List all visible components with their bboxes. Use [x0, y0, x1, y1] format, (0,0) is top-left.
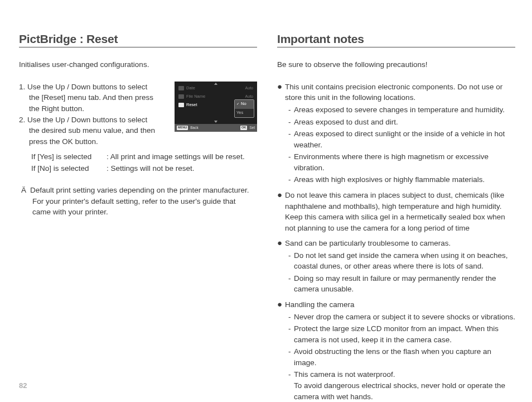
bullet-4-sub-1: Protect the large size LCD monitor from …: [294, 323, 515, 345]
right-heading: Important notes: [277, 32, 515, 47]
step1-line3: the Right button.: [19, 103, 171, 114]
back-label: Back: [190, 125, 198, 130]
bullet-1-sub-3: Environments where there is high magneti…: [294, 151, 515, 173]
camera-screen: Date Auto File Name Auto Reset ✓: [175, 82, 257, 132]
screen-footer: MENU Back OK Set: [175, 124, 257, 132]
bullet-1-sub-1: Areas exposed to dust and dirt.: [294, 117, 515, 128]
bullets: ● This unit contains precision electroni…: [277, 82, 515, 402]
left-intro: Initialises user-changed configurations.: [19, 60, 257, 70]
bullet-dot: ●: [277, 238, 285, 295]
step2-line3: press the OK button.: [19, 136, 171, 147]
arrow-down-icon: [214, 121, 217, 123]
bullet-3-sub-1: Doing so may result in failure or may pe…: [294, 273, 515, 295]
bullet-dot: ●: [277, 82, 285, 185]
bullet-3-sub-0: Do not let sand get inside the camera wh…: [294, 250, 515, 272]
step1-line1: 1. Use the Up / Down buttons to select: [19, 82, 147, 93]
bullet-1-text: This unit contains precision electronic …: [285, 83, 502, 102]
bullet-4-tail: To avoid dangerous electrical shocks, ne…: [294, 380, 515, 402]
screen-row-date: Date Auto: [177, 84, 254, 93]
reset-icon: [178, 103, 184, 107]
note-line2: For your printer's default setting, refe…: [21, 196, 257, 207]
right-intro: Be sure to observe the following precaut…: [277, 60, 515, 70]
bullet-4: ● Handling the camera -Never drop the ca…: [277, 299, 515, 402]
right-column: Important notes Be sure to observe the f…: [277, 32, 515, 402]
menu-badge: MENU: [177, 126, 188, 130]
bullet-2: ● Do not leave this camera in places sub…: [277, 190, 515, 233]
submenu-no: ✓ No: [235, 100, 254, 108]
left-column: PictBridge : Reset Initialises user-chan…: [19, 32, 257, 402]
definitions: If [Yes] is selected All print and image…: [31, 151, 257, 175]
def-yes-val: All print and image settings will be res…: [107, 151, 245, 163]
check-icon: ✓: [236, 102, 240, 106]
arrow-up-icon: [214, 83, 217, 85]
note-line1: Default print setting varies depending o…: [30, 186, 249, 194]
step2-line1: 2. Use the Up / Down buttons to select: [19, 114, 147, 126]
bullet-1-sub-0: Areas exposed to severe changes in tempe…: [294, 104, 515, 116]
bullet-4-sub-0: Never drop the camera or subject it to s…: [294, 312, 515, 323]
submenu: ✓ No Yes: [234, 99, 254, 118]
note-symbol: Ä: [21, 185, 30, 196]
bullet-1: ● This unit contains precision electroni…: [277, 82, 515, 185]
note-line3: came with your printer.: [21, 207, 257, 218]
step1-line2: the [Reset] menu tab. And then press: [19, 92, 171, 103]
bullet-1-sub-2: Areas exposed to direct sunlight or the …: [294, 128, 515, 150]
bullet-4-text: Handling the camera: [285, 300, 355, 309]
bullet-3-text: Sand can be particularly troublesome to …: [285, 239, 451, 247]
date-icon: [178, 86, 184, 90]
def-no-val: Settings will not be reset.: [107, 163, 195, 175]
bullet-1-sub-4: Areas with high explosives or highly fla…: [294, 174, 515, 185]
def-yes-key: If [Yes] is selected: [31, 151, 107, 163]
steps-block: 1. Use the Up / Down buttons to select t…: [19, 82, 257, 175]
set-label: Set: [249, 125, 255, 130]
bullet-2-text: Do not leave this camera in places subje…: [285, 190, 515, 233]
note-block: ÄDefault print setting varies depending …: [19, 185, 257, 218]
filename-icon: [178, 94, 184, 99]
bullet-4-sub-3: This camera is not waterproof.: [294, 370, 395, 379]
page-number: 82: [19, 381, 27, 390]
bullet-dot: ●: [277, 190, 285, 233]
ok-badge: OK: [240, 126, 247, 130]
left-heading: PictBridge : Reset: [19, 32, 257, 47]
submenu-yes: Yes: [235, 108, 254, 117]
bullet-dot: ●: [277, 299, 285, 402]
bullet-4-sub-2: Avoid obstructing the lens or the flash …: [294, 346, 515, 368]
bullet-3: ● Sand can be particularly troublesome t…: [277, 238, 515, 295]
def-no-key: If [No] is selected: [31, 163, 107, 175]
step2-line2: the desired sub menu value, and then: [19, 125, 171, 136]
